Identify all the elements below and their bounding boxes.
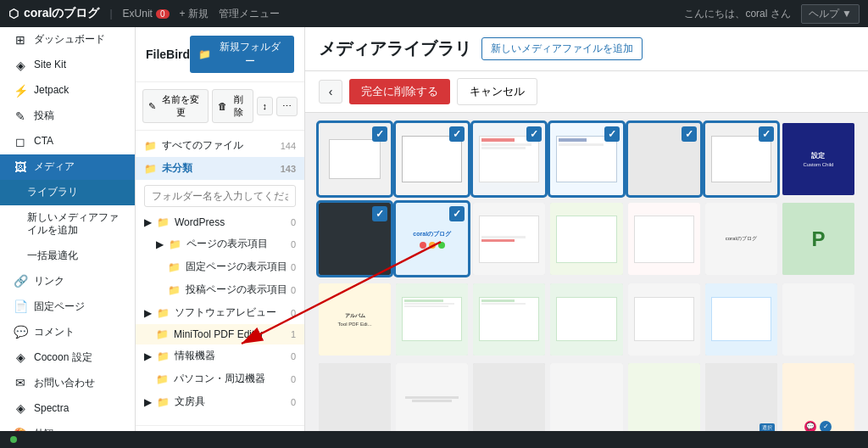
sidebar-item-spectra[interactable]: ◈ Spectra xyxy=(0,395,135,421)
sidebar-item-dashboard[interactable]: ⊞ ダッシュボード xyxy=(0,27,135,53)
rename-label: 名前を変更 xyxy=(159,93,203,119)
check-icon-8: ✓ xyxy=(372,206,387,221)
tree-item-stationery[interactable]: ▶ 📁 文房具 0 xyxy=(136,390,304,413)
media-thumb-23[interactable] xyxy=(396,363,468,435)
media-thumb-1[interactable]: ✓ xyxy=(319,123,391,195)
posts-icon: ✎ xyxy=(14,109,27,123)
expand-icon-pd: ▶ xyxy=(156,238,164,250)
tree-item-software[interactable]: ▶ 📁 ソフトウェアレビュー 0 xyxy=(136,301,304,324)
tree-item-pc[interactable]: 📁 パソコン・周辺機器 0 xyxy=(136,367,304,390)
media-thumb-4[interactable]: ✓ xyxy=(550,123,622,195)
media-thumb-6[interactable]: ✓ xyxy=(705,123,777,195)
minitool-label: MiniTool PDF Editor xyxy=(174,328,264,340)
check-icon-5: ✓ xyxy=(682,126,697,142)
sidebar-item-pages[interactable]: 📄 固定ページ xyxy=(0,294,135,319)
fixed-page-label: 固定ページの表示項目 xyxy=(186,260,287,274)
media-thumb-26[interactable] xyxy=(628,363,700,435)
sidebar-item-media[interactable]: 🖼 メディア xyxy=(0,154,135,180)
left-sidebar: ⊞ ダッシュボード ◈ Site Kit ⚡ Jetpack ✎ 投稿 ◻ xyxy=(0,27,136,448)
expand-icon-sw: ▶ xyxy=(144,307,152,319)
delete-folder-icon: 🗑 xyxy=(218,101,227,111)
media-thumb-25[interactable] xyxy=(550,363,622,435)
media-thumb-11[interactable] xyxy=(550,203,622,275)
pc-label: パソコン・周辺機器 xyxy=(174,372,265,386)
media-thumb-20[interactable] xyxy=(705,283,777,356)
tree-item-all[interactable]: 📁 すべてのファイル 144 xyxy=(136,134,304,157)
sidebar-item-comments[interactable]: 💬 コメント xyxy=(0,319,135,344)
media-thumb-5[interactable]: ✓ xyxy=(628,123,700,195)
tree-item-minitool[interactable]: 📁 MiniTool PDF Editor 1 xyxy=(136,324,304,344)
sidebar-label-comments: コメント xyxy=(34,326,75,339)
sidebar-label-cta: CTA xyxy=(34,135,53,148)
dashboard-icon: ⊞ xyxy=(14,33,27,47)
media-thumb-24[interactable] xyxy=(473,363,545,435)
media-thumb-14[interactable]: P xyxy=(782,203,854,275)
post-page-label: 投稿ページの表示項目 xyxy=(186,283,287,297)
add-media-button[interactable]: 新しいメディアファイルを追加 xyxy=(481,37,643,60)
new-folder-button[interactable]: 📁 新規フォルダー xyxy=(190,36,294,73)
tree-item-uncategorized[interactable]: 📁 未分類 143 xyxy=(136,157,304,180)
media-thumb-2[interactable]: ✓ xyxy=(396,123,468,195)
tree-item-page-display[interactable]: ▶ 📁 ページの表示項目 0 xyxy=(136,232,304,255)
folder-icon-wp: 📁 xyxy=(157,216,170,228)
media-thumb-8[interactable]: ✓ xyxy=(319,203,391,275)
jetpack-icon: ⚡ xyxy=(14,84,27,98)
rename-button[interactable]: ✎ 名前を変更 xyxy=(142,89,209,123)
media-thumb-21[interactable] xyxy=(782,283,854,356)
media-thumb-19[interactable] xyxy=(628,283,700,356)
new-post-item[interactable]: + 新規 xyxy=(180,7,209,21)
site-name[interactable]: coralのブログ xyxy=(24,6,99,21)
sidebar-item-contact[interactable]: ✉ お問い合わせ xyxy=(0,370,135,395)
delete-folder-label: 削除 xyxy=(230,93,247,119)
media-thumb-12[interactable] xyxy=(628,203,700,275)
expand-icon-st: ▶ xyxy=(144,396,152,408)
cancel-button[interactable]: キャンセル xyxy=(457,78,537,105)
comments-icon: 💬 xyxy=(14,325,27,339)
check-icon-2: ✓ xyxy=(449,126,465,142)
media-thumb-15[interactable]: アルバム Tool PDF Edi... xyxy=(319,283,391,356)
nav-prev-button[interactable]: ‹ xyxy=(319,80,342,104)
help-button[interactable]: ヘルプ ▼ xyxy=(801,4,860,24)
folder-icon-pp: 📁 xyxy=(168,284,181,296)
media-thumb-13[interactable]: coralのブログ xyxy=(705,203,777,275)
delete-permanently-button[interactable]: 完全に削除する xyxy=(349,79,450,104)
wp-count: 0 xyxy=(291,217,296,227)
sidebar-label-jetpack: Jetpack xyxy=(34,84,69,98)
greeting: こんにちは、coral さん xyxy=(684,7,790,21)
media-thumb-16[interactable] xyxy=(396,283,468,356)
sidebar-item-sitekit[interactable]: ◈ Site Kit xyxy=(0,53,135,78)
tree-item-info[interactable]: ▶ 📁 情報機器 0 xyxy=(136,344,304,367)
delete-folder-button[interactable]: 🗑 削除 xyxy=(212,89,253,123)
sidebar-item-addmedia[interactable]: 新しいメディアファイルを追加 xyxy=(0,205,135,244)
sidebar-label-contact: お問い合わせ xyxy=(34,377,95,390)
tree-item-fixed-page[interactable]: 📁 固定ページの表示項目 0 xyxy=(136,255,304,278)
media-thumb-17[interactable] xyxy=(473,283,545,356)
media-thumb-3[interactable]: ✓ xyxy=(473,123,545,195)
sort-button[interactable]: ↕ xyxy=(257,97,274,115)
tree-item-wordpress[interactable]: ▶ 📁 WordPress 0 xyxy=(136,212,304,232)
folder-icon-info: 📁 xyxy=(157,350,170,362)
main-layout: ⊞ ダッシュボード ◈ Site Kit ⚡ Jetpack ✎ 投稿 ◻ xyxy=(0,27,868,448)
sidebar-item-jetpack[interactable]: ⚡ Jetpack xyxy=(0,78,135,104)
media-thumb-10[interactable] xyxy=(473,203,545,275)
folder-name-input[interactable] xyxy=(144,185,296,207)
more-button[interactable]: ⋯ xyxy=(276,97,298,116)
media-thumb-27[interactable]: 選択 xyxy=(705,363,777,435)
media-thumb-18[interactable] xyxy=(550,283,622,356)
uncategorized-label: 未分類 xyxy=(162,161,192,176)
media-thumb-7[interactable]: 設定 Custom Child xyxy=(782,123,854,195)
sidebar-item-cocoon[interactable]: ◈ Cocoon 設定 xyxy=(0,344,135,370)
exunit-item[interactable]: ExUnit 0 xyxy=(123,8,170,20)
sidebar-item-optimize[interactable]: 一括最適化 xyxy=(0,244,135,269)
tree-item-post-page[interactable]: 📁 投稿ページの表示項目 0 xyxy=(136,278,304,301)
sidebar-item-cta[interactable]: ◻ CTA xyxy=(0,129,135,154)
sidebar-item-posts[interactable]: ✎ 投稿 xyxy=(0,104,135,129)
sidebar-item-links[interactable]: 🔗 リンク xyxy=(0,268,135,294)
sidebar-item-library[interactable]: ライブラリ xyxy=(0,180,135,205)
manage-menu-item[interactable]: 管理メニュー xyxy=(219,7,280,21)
page-display-label: ページの表示項目 xyxy=(186,237,268,251)
media-thumb-28[interactable]: 💬 ✓ xyxy=(782,363,854,435)
media-thumb-22[interactable] xyxy=(319,363,391,435)
media-thumb-9[interactable]: coralのブログ ✓ xyxy=(396,203,468,275)
page-title: メディアライブラリ xyxy=(319,37,471,60)
